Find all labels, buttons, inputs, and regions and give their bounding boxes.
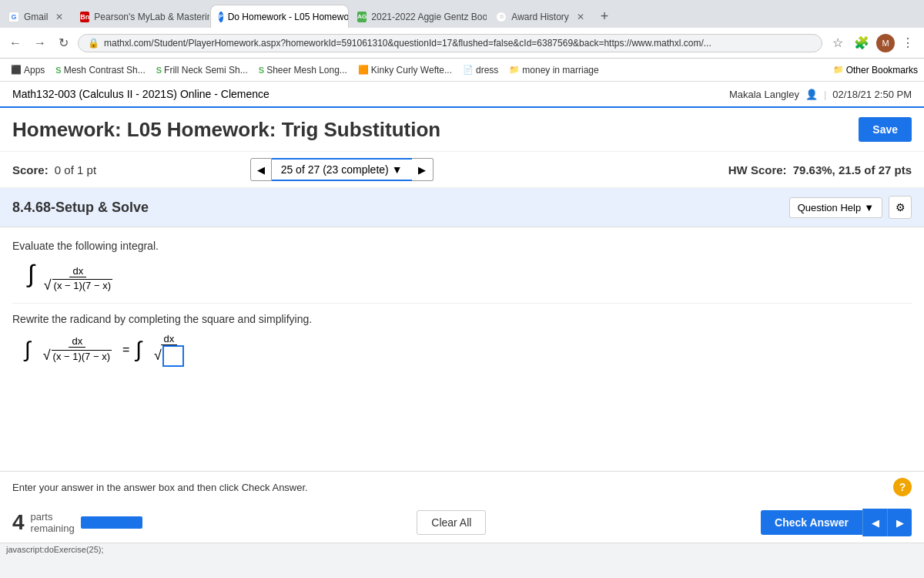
numerator: dx — [69, 265, 86, 277]
step-sqrt-symbol-right: √ — [154, 348, 162, 364]
bookmark-kinky[interactable]: 🟧 Kinky Curly Wefte... — [353, 63, 457, 77]
integral-fraction: dx √ (x − 1)(7 − x) — [41, 265, 116, 294]
help-circle-button[interactable]: ? — [893, 478, 912, 496]
center-controls: Clear All — [417, 510, 486, 535]
check-answer-button[interactable]: Check Answer — [761, 510, 862, 535]
step-denominator-left: √ (x − 1)(7 − x) — [40, 348, 115, 364]
bookmark-kinky-icon: 🟧 — [358, 65, 369, 75]
save-button[interactable]: Save — [859, 117, 912, 142]
settings-icon: ⚙ — [896, 201, 906, 213]
question-selector-text: 25 of 27 (23 complete) — [281, 163, 389, 176]
step-numerator-left: dx — [69, 335, 85, 348]
tab-gmail[interactable]: G Gmail ✕ — [0, 5, 72, 28]
step-integral-sign-right: ∫ — [136, 339, 142, 361]
right-controls: Check Answer ◀ ▶ — [761, 509, 912, 536]
step-denominator-right: √ — [151, 345, 187, 367]
bookmark-money[interactable]: 📁 money in marriage — [504, 63, 603, 77]
back-button[interactable]: ← — [6, 35, 25, 52]
bottom-area: Enter your answer in the answer box and … — [0, 471, 924, 558]
next-question-button[interactable]: ▶ — [412, 158, 434, 181]
parts-number: 4 — [12, 510, 25, 535]
reload-button[interactable]: ↻ — [55, 34, 72, 52]
tab-pearson-label: Pearson's MyLab & Mastering — [94, 12, 210, 22]
tab-award[interactable]: ☆ Award History ✕ — [487, 5, 592, 28]
step-sqrt-content-left: (x − 1)(7 − x) — [52, 350, 112, 362]
question-nav: ◀ 25 of 27 (23 complete) ▼ ▶ — [250, 158, 434, 181]
equals-sign: = — [122, 343, 129, 357]
bookmark-apps[interactable]: ⬛ Apps — [6, 63, 49, 77]
step-fraction-left: dx √ (x − 1)(7 − x) — [40, 335, 115, 364]
instruction-2: Rewrite the radicand by completing the s… — [12, 313, 912, 325]
bookmark-s-icon-3: S — [259, 66, 264, 75]
browser-actions: ☆ 🧩 M ⋮ — [829, 34, 918, 52]
gmail-favicon: G — [8, 12, 19, 22]
score-row: Score: 0 of 1 pt ◀ 25 of 27 (23 complete… — [0, 152, 924, 188]
answer-prev-button[interactable]: ◀ — [862, 509, 887, 536]
tab-aggie[interactable]: AG 2021-2022 Aggie Gentz Book ✕ — [349, 5, 487, 28]
section-divider — [12, 303, 912, 304]
settings-button[interactable]: ⚙ — [889, 196, 912, 219]
question-help-button[interactable]: Question Help ▼ — [789, 197, 882, 218]
bookmark-dress-label: dress — [476, 65, 498, 76]
bookmark-s-icon-1: S — [55, 66, 61, 75]
user-icon: 👤 — [805, 89, 818, 100]
url-bar[interactable]: 🔒 mathxl.com/Student/PlayerHomework.aspx… — [78, 34, 822, 52]
tab-gmail-close[interactable]: ✕ — [55, 12, 63, 22]
bookmark-money-label: money in marriage — [522, 65, 598, 76]
user-name: Makala Langley — [729, 89, 799, 100]
prev-question-button[interactable]: ◀ — [250, 158, 272, 181]
sqrt-symbol: √ — [44, 277, 52, 294]
extensions-button[interactable]: 🧩 — [850, 34, 873, 52]
new-tab-button[interactable]: + — [593, 8, 617, 25]
hw-score: HW Score: 79.63%, 21.5 of 27 pts — [728, 163, 912, 176]
hw-title-bar: Homework: L05 Homework: Trig Substitutio… — [0, 108, 924, 152]
other-bookmarks[interactable]: 📁 Other Bookmarks — [833, 65, 918, 76]
question-selector[interactable]: 25 of 27 (23 complete) ▼ — [272, 158, 412, 181]
bookmark-mesh-contrast[interactable]: S Mesh Contrast Sh... — [51, 63, 149, 77]
hw-score-value: 79.63%, 21.5 of 27 pts — [793, 163, 912, 176]
other-bookmarks-icon: 📁 — [833, 65, 844, 75]
question-header: 8.4.68-Setup & Solve Question Help ▼ ⚙ — [0, 188, 924, 227]
bookmark-frill[interactable]: S Frill Neck Semi Sh... — [152, 63, 253, 77]
tab-homework[interactable]: P Do Homework - L05 Homewor ✕ — [210, 5, 349, 28]
tab-aggie-label: 2021-2022 Aggie Gentz Book — [371, 12, 487, 22]
star-button[interactable]: ☆ — [829, 34, 847, 52]
aggie-favicon: AG — [357, 12, 367, 22]
user-avatar[interactable]: M — [876, 34, 895, 52]
status-bar: javascript:doExercise(25); — [0, 543, 924, 558]
answer-input-box[interactable] — [162, 345, 184, 367]
step-equation: ∫ dx √ (x − 1)(7 − x) = ∫ dx √ — [25, 333, 912, 367]
question-help-label: Question Help — [798, 202, 861, 213]
parts-section: 4 parts remaining — [12, 510, 142, 535]
score-value: 0 of 1 pt — [55, 163, 96, 176]
forward-button[interactable]: → — [31, 35, 49, 52]
homework-favicon: P — [219, 12, 223, 22]
bookmark-sheer-label: Sheer Mesh Long... — [266, 65, 347, 76]
course-title: Math132-003 (Calculus II - 2021S) Online… — [12, 88, 270, 100]
lock-icon: 🔒 — [88, 38, 99, 49]
status-text: javascript:doExercise(25); — [6, 545, 104, 554]
bookmark-money-icon: 📁 — [509, 65, 520, 75]
answer-next-button[interactable]: ▶ — [887, 509, 912, 536]
hw-score-heading: HW Score: — [728, 163, 787, 176]
bookmarks-bar: ⬛ Apps S Mesh Contrast Sh... S Frill Nec… — [0, 59, 924, 82]
address-bar: ← → ↻ 🔒 mathxl.com/Student/PlayerHomewor… — [0, 28, 924, 59]
hw-title: Homework: L05 Homework: Trig Substitutio… — [12, 118, 440, 142]
bookmark-s-icon-2: S — [156, 66, 162, 75]
clear-all-button[interactable]: Clear All — [417, 510, 486, 535]
bookmark-sheer[interactable]: S Sheer Mesh Long... — [254, 63, 352, 77]
tab-bar: G Gmail ✕ Bn Pearson's MyLab & Mastering… — [0, 0, 924, 28]
bookmark-dress[interactable]: 📄 dress — [458, 63, 503, 77]
url-text: mathxl.com/Student/PlayerHomework.aspx?h… — [104, 38, 711, 49]
menu-button[interactable]: ⋮ — [898, 34, 918, 52]
bookmark-kinky-label: Kinky Curly Wefte... — [371, 65, 452, 76]
tab-award-close[interactable]: ✕ — [577, 12, 584, 22]
bookmark-frill-label: Frill Neck Semi Sh... — [164, 65, 248, 76]
step-integral-sign-left: ∫ — [25, 339, 31, 361]
step-sqrt-symbol-left: √ — [43, 348, 51, 364]
page-header: Math132-003 (Calculus II - 2021S) Online… — [0, 82, 924, 108]
pearson-favicon: Bn — [80, 12, 89, 22]
question-help-area: Question Help ▼ ⚙ — [789, 196, 912, 219]
tab-pearson[interactable]: Bn Pearson's MyLab & Mastering ✕ — [72, 5, 210, 28]
instruction-1: Evaluate the following integral. — [12, 240, 912, 252]
